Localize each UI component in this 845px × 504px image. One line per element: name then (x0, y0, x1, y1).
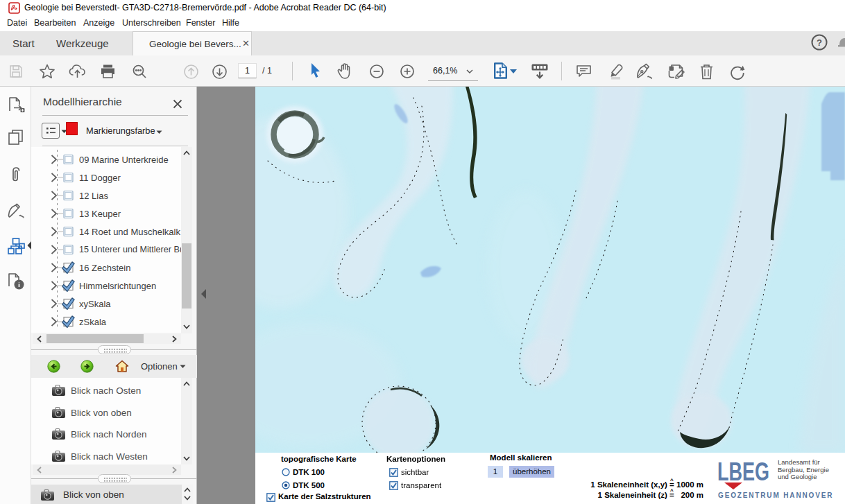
svg-text:LBEG: LBEG (717, 461, 769, 483)
svg-text:?: ? (817, 37, 822, 48)
